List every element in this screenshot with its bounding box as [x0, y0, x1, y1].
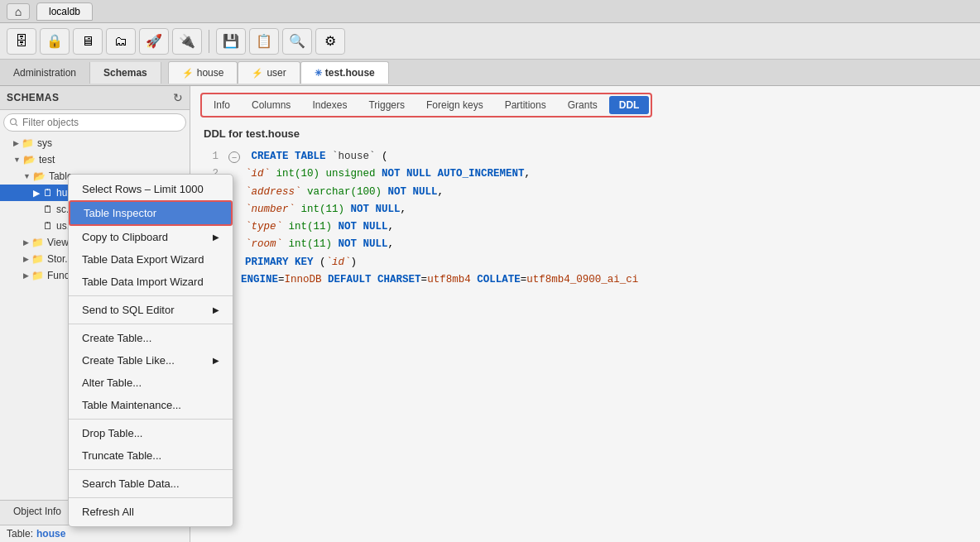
- tree-item-test[interactable]: ▼ 📂 test: [0, 151, 190, 168]
- ctx-arrow-like: ▶: [213, 356, 219, 365]
- ddl-title: DDL for test.house: [204, 127, 967, 140]
- tab-group: Info Columns Indexes Triggers Foreign ke…: [200, 93, 652, 118]
- tree-item-sys[interactable]: ▶ 📁 sys: [0, 135, 190, 151]
- filter-input[interactable]: [3, 113, 186, 132]
- ctx-sep-4: [69, 469, 233, 470]
- ctx-table-inspector[interactable]: Table Inspector: [69, 200, 233, 226]
- ctx-create-table-like[interactable]: Create Table Like... ▶: [69, 349, 233, 372]
- toolbar-btn-query[interactable]: 🚀: [139, 28, 169, 55]
- content-tabs: Info Columns Indexes Triggers Foreign ke…: [190, 86, 980, 118]
- tab-triggers[interactable]: Triggers: [358, 96, 415, 114]
- code-line-8: ) ENGINE=InnoDB DEFAULT CHARSET=utf8mb4 …: [204, 271, 967, 289]
- tab-object-info[interactable]: Object Info: [0, 501, 75, 525]
- nav-tab-house[interactable]: ⚡house: [168, 61, 238, 84]
- sidebar-search[interactable]: [0, 110, 190, 135]
- ctx-copy-clipboard[interactable]: Copy to Clipboard ▶: [69, 226, 233, 248]
- ctx-import-wizard[interactable]: Table Data Import Wizard: [69, 271, 233, 293]
- code-line-3: `address` varchar(100) NOT NULL,: [204, 184, 967, 201]
- ctx-select-rows[interactable]: Select Rows – Limit 1000: [69, 178, 233, 200]
- content-area: Info Columns Indexes Triggers Foreign ke…: [190, 86, 980, 542]
- code-block: 1 − CREATE TABLE `house` ( 2 `id` int(10…: [204, 148, 967, 289]
- status-value: house: [36, 528, 65, 540]
- ctx-send-sql[interactable]: Send to SQL Editor ▶: [69, 299, 233, 321]
- toolbar-btn-admin[interactable]: 🗄: [7, 28, 36, 55]
- ctx-sep-5: [69, 497, 233, 498]
- ctx-truncate-table[interactable]: Truncate Table...: [69, 444, 233, 467]
- ddl-area: DDL for test.house 1 − CREATE TABLE `hou…: [190, 118, 980, 542]
- ctx-sep-2: [69, 324, 233, 324]
- nav-tab-test-house[interactable]: ✳test.house: [300, 61, 389, 84]
- tab-columns[interactable]: Columns: [242, 96, 300, 114]
- sidebar-refresh-icon[interactable]: ↻: [173, 91, 183, 104]
- ctx-search-table-data[interactable]: Search Table Data...: [69, 472, 233, 495]
- nav-tabs: Administration Schemas ⚡house ⚡user ✳tes…: [0, 60, 980, 86]
- ctx-sep-3: [69, 419, 233, 420]
- nav-tab-user[interactable]: ⚡user: [238, 61, 300, 84]
- tab-ddl[interactable]: DDL: [609, 96, 650, 114]
- code-line-5: `type` int(11) NOT NULL,: [204, 218, 967, 236]
- status-label: Table:: [7, 528, 33, 540]
- ctx-alter-table[interactable]: Alter Table...: [69, 372, 233, 394]
- toolbar: 🗄 🔒 🖥 🗂 🚀 🔌 💾 📋 🔍 ⚙: [0, 23, 980, 60]
- ctx-sep-1: [69, 295, 233, 296]
- ctx-drop-table[interactable]: Drop Table...: [69, 422, 233, 444]
- sidebar-header: SCHEMAS ↻: [0, 86, 190, 110]
- code-line-4: `number` int(11) NOT NULL,: [204, 201, 967, 218]
- ctx-export-wizard[interactable]: Table Data Export Wizard: [69, 248, 233, 271]
- toolbar-btn-save[interactable]: 💾: [216, 28, 246, 55]
- sidebar-title: SCHEMAS: [7, 92, 60, 103]
- tab-partitions[interactable]: Partitions: [495, 96, 556, 114]
- expand-circle[interactable]: −: [228, 151, 240, 163]
- tab-grants[interactable]: Grants: [558, 96, 608, 114]
- nav-tab-schemas[interactable]: Schemas: [90, 62, 161, 84]
- code-line-1: 1 − CREATE TABLE `house` (: [204, 148, 967, 165]
- home-icon[interactable]: ⌂: [7, 3, 30, 20]
- title-bar: ⌂ localdb: [0, 0, 980, 23]
- tab-indexes[interactable]: Indexes: [302, 96, 357, 114]
- nav-tab-administration[interactable]: Administration: [0, 62, 90, 84]
- ctx-create-table[interactable]: Create Table...: [69, 327, 233, 349]
- tab-foreign-keys[interactable]: Foreign keys: [416, 96, 493, 114]
- toolbar-btn-connect[interactable]: 🔌: [172, 28, 202, 55]
- code-line-7: PRIMARY KEY (`id`): [204, 254, 967, 271]
- toolbar-btn-lock[interactable]: 🔒: [40, 28, 70, 55]
- context-menu: Select Rows – Limit 1000 Table Inspector…: [68, 174, 233, 527]
- ctx-arrow-clipboard: ▶: [213, 233, 219, 242]
- toolbar-btn-clipboard[interactable]: 📋: [249, 28, 279, 55]
- tab-info[interactable]: Info: [204, 96, 240, 114]
- code-line-2: 2 `id` int(10) unsigned NOT NULL AUTO_IN…: [204, 165, 967, 183]
- code-line-6: `room` int(11) NOT NULL,: [204, 236, 967, 253]
- connection-tab[interactable]: localdb: [36, 2, 93, 21]
- toolbar-btn-settings[interactable]: ⚙: [315, 28, 345, 55]
- ctx-table-maintenance[interactable]: Table Maintenance...: [69, 394, 233, 416]
- toolbar-btn-schema[interactable]: 🗂: [106, 28, 136, 55]
- toolbar-btn-monitor[interactable]: 🖥: [73, 28, 103, 55]
- ctx-refresh-all[interactable]: Refresh All: [69, 501, 233, 523]
- ctx-arrow-sql: ▶: [213, 305, 219, 314]
- main-area: SCHEMAS ↻ ▶ 📁 sys ▼ 📂 test ▼ 📂 Table: [0, 86, 980, 542]
- status-bar: Table: house: [0, 525, 190, 542]
- toolbar-btn-search[interactable]: 🔍: [282, 28, 312, 55]
